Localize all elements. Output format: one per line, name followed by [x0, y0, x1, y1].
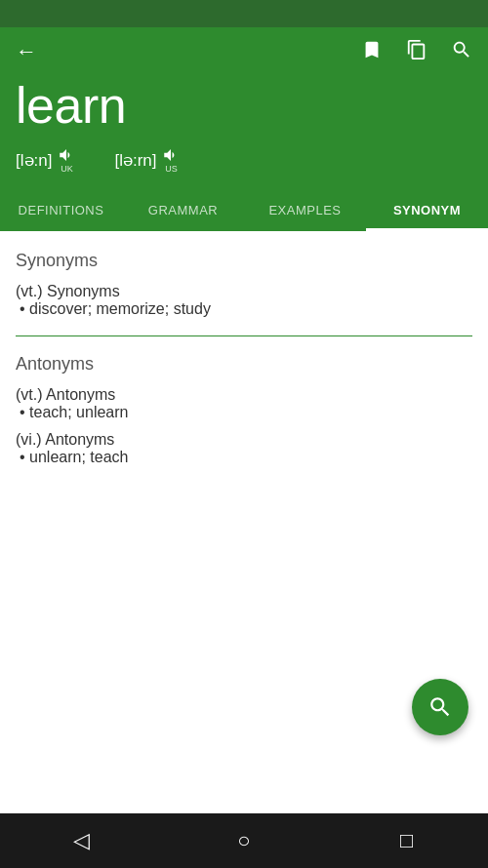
content-area: Synonyms (vt.) Synonyms discover; memori…: [0, 231, 488, 813]
bottom-nav: ◁ ○ □: [0, 813, 488, 868]
tab-definitions[interactable]: DEFINITIONS: [0, 189, 122, 231]
search-button[interactable]: [451, 39, 472, 64]
synonym-entry-0: (vt.) Synonyms discover; memorize; study: [16, 283, 472, 318]
back-button[interactable]: ←: [16, 41, 37, 62]
header-top: ←: [16, 27, 472, 72]
tab-synonym[interactable]: SYNONYM: [366, 189, 488, 231]
bookmark-button[interactable]: [361, 39, 383, 64]
fab-search[interactable]: [412, 679, 468, 735]
nav-recent[interactable]: □: [386, 819, 428, 862]
nav-home[interactable]: ○: [223, 819, 265, 862]
antonym-words-1: unlearn; teach: [16, 449, 472, 466]
header: ← learn [lə:n] UK [lə:rn] US: [0, 27, 488, 189]
tabs: DEFINITIONS GRAMMAR EXAMPLES SYNONYM: [0, 189, 488, 231]
antonym-entry-1: (vi.) Antonyms unlearn; teach: [16, 431, 472, 466]
speaker-uk[interactable]: UK: [58, 146, 75, 174]
pronunciation-uk: [lə:n] UK: [16, 146, 75, 174]
region-uk: UK: [61, 165, 73, 174]
region-us: US: [165, 165, 178, 174]
phonetic-us: [lə:rn]: [114, 150, 156, 171]
phonetic-uk: [lə:n]: [16, 150, 52, 171]
antonym-entry-0: (vt.) Antonyms teach; unlearn: [16, 386, 472, 421]
pronunciations: [lə:n] UK [lə:rn] US: [16, 146, 472, 189]
speaker-us[interactable]: US: [162, 146, 180, 174]
copy-button[interactable]: [406, 39, 427, 64]
content-wrapper: Synonyms (vt.) Synonyms discover; memori…: [0, 231, 488, 813]
word-title: learn: [16, 72, 472, 146]
antonym-type-1: (vi.) Antonyms: [16, 431, 472, 449]
antonyms-title: Antonyms: [16, 354, 472, 375]
header-actions: [361, 39, 472, 64]
section-divider: [16, 335, 472, 336]
pronunciation-us: [lə:rn] US: [114, 146, 180, 174]
tab-examples[interactable]: EXAMPLES: [244, 189, 366, 231]
nav-back[interactable]: ◁: [60, 819, 102, 862]
tab-grammar[interactable]: GRAMMAR: [122, 189, 244, 231]
fab-search-icon: [427, 694, 453, 720]
synonym-type-0: (vt.) Synonyms: [16, 283, 472, 300]
antonym-words-0: teach; unlearn: [16, 404, 472, 421]
synonyms-title: Synonyms: [16, 251, 472, 271]
antonym-type-0: (vt.) Antonyms: [16, 386, 472, 404]
status-bar: [0, 0, 488, 27]
synonym-words-0: discover; memorize; study: [16, 300, 472, 318]
